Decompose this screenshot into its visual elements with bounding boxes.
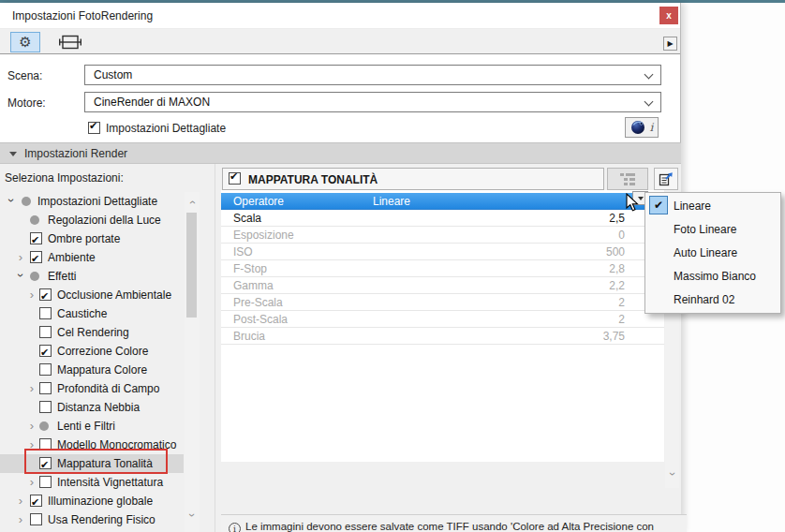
tree-checkbox[interactable] xyxy=(39,307,52,319)
menu-item-label: Massimo Bianco xyxy=(674,270,756,283)
parameter-row[interactable]: Pre-Scala2 xyxy=(221,294,664,311)
chevron-expanded-icon[interactable]: › xyxy=(2,196,21,205)
engine-info-button[interactable]: i xyxy=(625,117,659,138)
chevron-collapsed-icon[interactable]: › xyxy=(27,473,37,492)
tab-size[interactable] xyxy=(55,32,85,52)
engine-select[interactable]: CineRender di MAXON xyxy=(84,92,661,112)
tree-item[interactable]: ›Effetti xyxy=(0,267,184,286)
menu-item[interactable]: Reinhard 02 xyxy=(645,288,780,311)
parameter-row[interactable]: Scala2,5 xyxy=(221,210,664,227)
scroll-down-icon[interactable]: › xyxy=(666,469,679,479)
mouse-cursor xyxy=(626,193,639,213)
operator-dropdown-menu: ✔LineareFoto LineareAuto LineareMassimo … xyxy=(644,192,781,314)
tree-item-label: Ambiente xyxy=(48,248,96,267)
menu-item[interactable]: Auto Lineare xyxy=(645,241,780,264)
group-dot-icon xyxy=(30,215,39,225)
tree-item[interactable]: Caustiche xyxy=(0,304,184,323)
tree-checkbox[interactable] xyxy=(30,513,42,525)
frame-size-icon xyxy=(58,34,82,51)
tree-item-label: Ombre portate xyxy=(48,229,120,248)
chevron-collapsed-icon[interactable]: › xyxy=(16,492,25,510)
tree-item[interactable]: ✔Correzione Colore xyxy=(0,342,184,361)
tree-item[interactable]: ›Lenti e Filtri xyxy=(0,417,184,436)
tree-checkbox[interactable] xyxy=(39,363,52,376)
group-dot-icon xyxy=(30,272,39,281)
parameter-row[interactable]: Brucia3,75 xyxy=(221,328,664,345)
tree-checkbox[interactable] xyxy=(39,476,52,488)
tree-item-label: Profondità di Campo xyxy=(57,379,159,398)
dialog-toolbar: ⚙ ▶ xyxy=(0,29,680,54)
parameter-value[interactable]: 2,8 xyxy=(609,260,625,277)
parameter-rows: OperatoreLineareScala2,5Esposizione0ISO5… xyxy=(221,193,664,345)
parameter-value[interactable]: Lineare xyxy=(373,193,410,210)
menu-item-label: Reinhard 02 xyxy=(674,293,734,306)
parameter-value[interactable]: 3,75 xyxy=(603,328,625,345)
tree-item[interactable]: Cel Rendering xyxy=(0,323,184,342)
tree-checkbox[interactable]: ✔ xyxy=(30,495,42,507)
check-icon: ✔ xyxy=(31,249,39,268)
tree-item-label: Lenti e Filtri xyxy=(57,417,115,436)
chevron-collapsed-icon[interactable]: › xyxy=(16,510,25,529)
chevron-collapsed-icon[interactable]: › xyxy=(27,417,37,436)
detailed-settings-checkbox[interactable]: ✔ xyxy=(88,122,100,134)
tree-item[interactable]: ›Impostazioni Dettagliate xyxy=(0,192,184,211)
chevron-collapsed-icon[interactable]: › xyxy=(27,286,37,304)
chevron-expanded-icon[interactable]: › xyxy=(11,271,30,280)
tree-scrollbar-thumb[interactable] xyxy=(186,213,197,318)
parameter-value[interactable]: 500 xyxy=(606,244,625,260)
parameter-label: Scala xyxy=(233,210,261,227)
tree-item[interactable]: ›✔Illuminazione globale xyxy=(0,492,184,510)
tree-checkbox[interactable] xyxy=(39,326,52,338)
flyout-button[interactable]: ▶ xyxy=(663,37,677,51)
parameter-row[interactable]: ISO500 xyxy=(221,244,664,260)
tree-checkbox[interactable]: ✔ xyxy=(30,232,42,244)
gear-icon: ⚙ xyxy=(19,34,31,51)
chevron-collapsed-icon[interactable]: › xyxy=(27,379,37,398)
chevron-down-icon xyxy=(644,97,654,107)
menu-item[interactable]: Massimo Bianco xyxy=(645,264,780,288)
transfer-settings-button[interactable] xyxy=(654,168,678,190)
render-settings-section-header[interactable]: Impostazioni Render xyxy=(0,142,681,164)
parameter-label: Pre-Scala xyxy=(233,294,283,311)
tree-item[interactable]: Mappatura Colore xyxy=(0,361,184,379)
scroll-up-icon[interactable]: › xyxy=(185,198,199,207)
tree-item[interactable]: ›✔Ambiente xyxy=(0,248,184,267)
menu-item[interactable]: ✔Lineare xyxy=(645,194,780,217)
chevron-collapsed-icon[interactable]: › xyxy=(16,248,25,267)
tree-item[interactable]: Distanza Nebbia xyxy=(0,398,184,417)
parameter-row[interactable]: Esposizione0 xyxy=(221,227,664,244)
tone-mapping-checkbox[interactable]: ✔ xyxy=(229,172,241,185)
tree-checkbox[interactable] xyxy=(39,382,52,394)
parameter-row[interactable]: OperatoreLineare xyxy=(221,193,664,210)
tree-item[interactable]: Regolazioni della Luce xyxy=(0,211,184,229)
title-bar[interactable]: Impostazioni FotoRendering x xyxy=(0,3,680,29)
parameter-value[interactable]: 2 xyxy=(618,311,625,328)
parameter-value[interactable]: 2 xyxy=(618,294,625,311)
parameter-row[interactable]: Gamma2,2 xyxy=(221,277,664,294)
info-glyph: i xyxy=(650,121,654,134)
parameter-row[interactable]: F-Stop2,8 xyxy=(221,260,664,277)
close-button[interactable]: x xyxy=(659,7,678,24)
tree-item[interactable]: ›Usa Rendering Fisico xyxy=(0,510,184,529)
tree-item[interactable]: ›Intensità Vignettatura xyxy=(0,473,184,492)
menu-item[interactable]: Foto Lineare xyxy=(645,217,780,241)
tab-settings[interactable]: ⚙ xyxy=(10,32,40,52)
scene-select[interactable]: Custom xyxy=(84,65,661,85)
settings-sidebar: Seleziona Impostazioni: ›Impostazioni De… xyxy=(0,164,215,532)
parameter-row[interactable]: Post-Scala2 xyxy=(221,311,664,328)
tree-checkbox[interactable]: ✔ xyxy=(39,345,52,357)
tree-checkbox[interactable]: ✔ xyxy=(39,288,52,301)
tree-checkbox[interactable]: ✔ xyxy=(30,251,42,263)
parameter-value[interactable]: 2,5 xyxy=(609,210,625,227)
parameter-value[interactable]: 2,2 xyxy=(609,277,625,294)
cinema4d-logo-icon xyxy=(630,120,645,135)
parameter-value[interactable]: 0 xyxy=(618,227,625,244)
tree-checkbox[interactable] xyxy=(39,401,52,413)
engine-value: CineRender di MAXON xyxy=(94,96,210,109)
tree-scrollbar[interactable]: › › xyxy=(185,192,200,532)
tree-item[interactable]: ›✔Occlusione Ambientale xyxy=(0,286,184,304)
tree-item-label: Intensità Vignettatura xyxy=(57,473,163,492)
scroll-down-icon[interactable]: › xyxy=(185,510,199,520)
tree-item[interactable]: ›Profondità di Campo xyxy=(0,379,184,398)
tree-item[interactable]: ✔Ombre portate xyxy=(0,229,184,248)
